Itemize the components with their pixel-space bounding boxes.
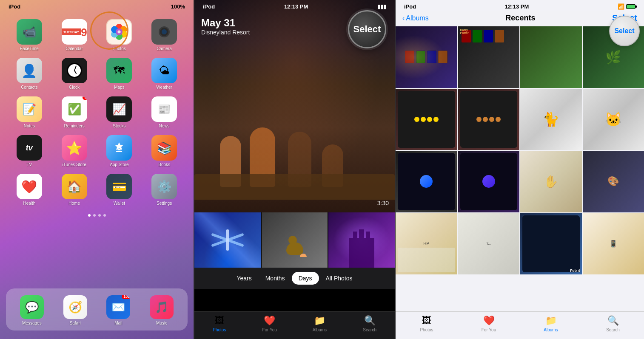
dock-messages[interactable]: 💬 Messages [18,292,46,327]
app-contacts[interactable]: 👤 Contacts [7,54,52,91]
tab-months[interactable]: Months [259,272,292,285]
tab-allphotos[interactable]: All Photos [319,272,359,285]
book-4 [438,51,447,63]
photo-8-bg: 🐱 [583,89,644,150]
nav-back-button[interactable]: ‹ Albums [402,14,429,22]
app-maps[interactable]: 🗺 Maps [97,54,142,91]
photo-cell-10[interactable] [458,151,520,212]
photo-cell-12[interactable]: 🎨 [583,151,644,212]
photo-cell-3[interactable] [520,26,582,88]
photo-cell-2[interactable] [458,26,520,88]
phone-dark-screen-2 [460,153,518,210]
app-wallet[interactable]: 💳 Wallet [97,170,142,207]
photo-11-bg: ✋ [520,151,582,212]
cat-display-2: 🐱 [583,89,644,150]
body [226,229,229,251]
main-photo[interactable]: May 31 Disneyland Resort Select 3:30 [194,0,395,212]
notes-icon: 📝 [17,96,42,122]
safari-label: Safari [70,321,81,325]
coin-4 [433,117,439,122]
wallet-label: Wallet [114,201,125,206]
page-indicator [0,212,194,219]
tab-days[interactable]: Days [292,272,319,285]
book-open-display: T... [458,213,520,275]
select-button[interactable]: Select [348,10,386,48]
dock-music[interactable]: 🎵 Music [148,292,175,327]
phone3-nav-foryou[interactable]: ❤️ For You [474,315,504,332]
clock-icon [62,58,87,83]
app-itunes[interactable]: ⭐ iTunes Store [52,132,97,169]
home-icon: 🏠 [62,174,87,199]
hand-overlay: ✋ [520,151,582,212]
svg-point-7 [118,30,121,33]
photo-cell-16[interactable]: 📱 [583,213,644,275]
photos-flower-svg [108,20,131,43]
facetime-label: FaceTime [20,46,39,51]
coin-6 [483,117,488,122]
app-notes[interactable]: 📝 Notes [7,93,52,130]
strip-photo-3[interactable] [328,212,395,268]
app-home[interactable]: 🏠 Home [52,170,97,207]
nav-albums[interactable]: 📁 Albums [305,315,334,332]
nav-photos[interactable]: 🖼 Photos [205,315,234,332]
app-news[interactable]: 📰 News [142,93,187,130]
app-tv[interactable]: tv TV [7,132,52,169]
app-appstore[interactable]: App Store [97,132,142,169]
photo-cell-14[interactable]: T... [458,213,520,275]
phone3-nav-search[interactable]: 🔍 Search [598,315,628,332]
app-calendar[interactable]: TUESDAY 9 Calendar [52,16,97,53]
phone3-nav-photos[interactable]: 🖼 Photos [412,315,442,332]
photo-cell-15[interactable]: Feb 4 [520,213,582,275]
photo-10-bg [458,151,520,212]
photo-cell-7[interactable]: 🐈 [520,89,582,150]
albums-nav-icon: 📁 [314,315,325,326]
app-weather[interactable]: 🌤 Weather [142,54,187,91]
nav-foryou[interactable]: ❤️ For You [255,315,285,332]
phone3-foryou-nav-label: For You [482,328,496,332]
phone3-nav-albums[interactable]: 📁 Albums [536,315,566,332]
camera-label: Camera [157,46,172,51]
books-label: Books [158,162,170,167]
back-label: Albums [406,14,428,22]
stocks-label: Stocks [113,124,125,128]
app-books[interactable]: 📚 Books [142,132,187,169]
dock-mail[interactable]: ✉️ 101 Mail [105,292,132,327]
phone3-search-nav-label: Search [606,328,620,332]
photo-cell-6[interactable] [458,89,520,150]
app-clock[interactable]: Clock [52,54,97,91]
app-health[interactable]: ❤️ Health [7,170,52,207]
photo-cell-11[interactable]: ✋ [520,151,582,212]
dock-safari[interactable]: 🧭 Safari [62,292,89,327]
camera-icon [151,19,177,45]
castle-silhouette [349,238,374,268]
photo-cell-9[interactable] [396,151,457,212]
select-circle-3[interactable]: Select [609,16,640,46]
strip-photo-2[interactable] [262,212,329,268]
photo-7-bg: 🐈 [520,89,582,150]
app-settings[interactable]: ⚙️ Settings [142,170,187,207]
app-photos[interactable]: Photos [97,16,142,53]
photos-nav-label: Photos [213,328,226,332]
tattoo-display: 🎨 [583,151,644,212]
dock: 💬 Messages 🧭 Safari ✉️ 101 Mail 🎵 Music [6,288,188,331]
books-icon: 📚 [151,135,177,161]
photo-cell-5[interactable] [396,89,457,150]
mail-badge: 101 [122,295,130,299]
app-reminders[interactable]: ✅ 1 Reminders [52,93,97,130]
tab-years[interactable]: Years [230,272,258,285]
phone2-status-bar: iPod 12:13 PM ▮▮▮ [194,0,395,11]
photo-cell-8[interactable]: 🐱 [583,89,644,150]
photo-cell-13[interactable]: HP [396,213,457,275]
nav-search[interactable]: 🔍 Search [355,315,385,332]
app-facetime[interactable]: 📹 FaceTime [7,16,52,53]
photos-nav-icon: 🖼 [215,315,224,326]
photo-cell-1[interactable] [396,26,457,88]
search-nav-icon: 🔍 [364,315,376,326]
app-stocks[interactable]: 📈 Stocks [97,93,142,130]
phone3-status-bar: iPod 12:13 PM 📶 [396,0,644,11]
app-camera[interactable]: Camera [142,16,187,53]
wifi-icon: 📶 [618,3,624,10]
reminders-label: Reminders [64,124,84,128]
strip-photo-1[interactable] [194,212,262,268]
photo-2-bg [458,26,520,88]
